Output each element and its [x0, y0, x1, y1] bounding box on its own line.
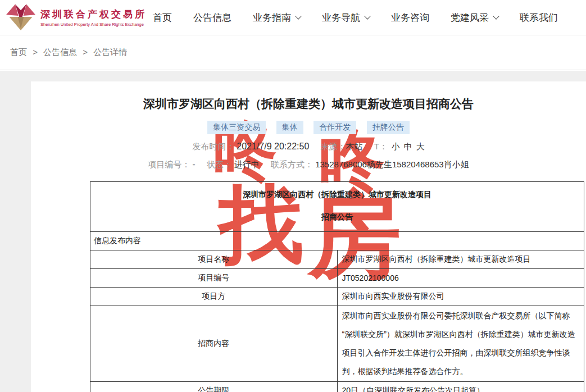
breadcrumb-announcements[interactable]: 公告信息 [43, 47, 77, 57]
project-no-value: - [192, 159, 195, 169]
chevron-down-icon [493, 13, 499, 19]
top-header: 深圳联合产权交易所 Shenzhen United Property And S… [0, 0, 586, 35]
font-size-controls: 小中大 [388, 142, 425, 151]
announcement-table: 深圳市罗湖区向西村（拆除重建类）城市更新改造项目 招商公告 信息发布内容 项目名… [90, 181, 584, 392]
contact-label: 联系方式： [271, 159, 313, 169]
breadcrumb-current: 公告详情 [93, 47, 127, 57]
site-logo[interactable]: 深圳联合产权交易所 Shenzhen United Property And S… [6, 2, 147, 33]
breadcrumb-home[interactable]: 首页 [10, 47, 27, 57]
section-title: 信息发布内容 [90, 232, 584, 250]
logo-text: 深圳联合产权交易所 Shenzhen United Property And S… [40, 8, 147, 27]
font-size-medium-button[interactable]: 中 [404, 142, 412, 151]
breadcrumb: 首页 > 公告信息 > 公告详情 [10, 47, 127, 58]
contact-value: 13528768006杨先生15820468653肖小姐 [315, 159, 469, 169]
status-badge: 进行中 [234, 159, 260, 169]
publish-time-value: 2021/7/9 20:22:50 [237, 142, 309, 151]
logo-cn-name: 深圳联合产权交易所 [40, 8, 147, 21]
project-meta-row: 项目编号： - 状态： 进行中 联系方式： 13528768006杨先生1582… [31, 159, 586, 170]
breadcrumb-separator: > [83, 47, 88, 57]
source-value: 本站 [346, 142, 363, 151]
font-size-large-button[interactable]: 大 [416, 142, 425, 151]
chevron-down-icon [364, 13, 370, 19]
table-row-project-no: 项目编号 JT05202100006 [90, 269, 584, 288]
nav-item-business-navigation[interactable]: 业务导航 [322, 11, 370, 24]
tag-row: 集体三资交易 集体 合作开发 挂牌公告 [31, 121, 586, 134]
chevron-down-icon [295, 13, 301, 19]
project-no-label: 项目编号： [148, 159, 190, 169]
logo-gem-icon [6, 2, 36, 33]
nav-item-party-building[interactable]: 党建风采 [451, 11, 498, 24]
publish-meta-row: 发布时间： 2021/7/9 20:22:50 来源：本站 T：小中大 [31, 142, 586, 152]
tag-collective[interactable]: 集体 [276, 121, 303, 134]
source-label: 来源： [321, 142, 346, 151]
font-size-small-button[interactable]: 小 [392, 142, 400, 151]
table-header-row: 深圳市罗湖区向西村（拆除重建类）城市更新改造项目 招商公告 [90, 182, 584, 232]
tag-collective-assets-trade[interactable]: 集体三资交易 [207, 121, 266, 134]
page-title: 深圳市罗湖区向西村（拆除重建类）城市更新改造项目招商公告 [31, 96, 586, 112]
tag-listing-notice[interactable]: 挂牌公告 [367, 121, 410, 134]
table-row-project-owner: 项目方 深圳市向西实业股份有限公司 [90, 288, 584, 306]
table-row-recruit-content: 招商内容 深圳市向西实业股份有限公司委托深圳联合产权交易所（以下简称“深圳联交所… [90, 306, 584, 382]
breadcrumb-bar: 首页 > 公告信息 > 公告详情 [0, 35, 586, 70]
nav-item-contact-us[interactable]: 联系我们 [520, 11, 558, 24]
nav-item-business-guide[interactable]: 业务指南 [253, 11, 301, 24]
breadcrumb-separator: > [33, 47, 38, 57]
tag-cooperative-development[interactable]: 合作开发 [314, 121, 356, 134]
announcement-detail: 深圳市罗湖区向西村（拆除重建类）城市更新改造项目招商公告 集体三资交易 集体 合… [31, 81, 586, 392]
font-size-label: T： [374, 142, 388, 151]
logo-en-name: Shenzhen United Property And Share Right… [40, 22, 147, 27]
table-title-line1: 深圳市罗湖区向西村（拆除重建类）城市更新改造项目 [90, 190, 584, 200]
nav-item-home[interactable]: 首页 [153, 11, 172, 24]
table-row-notice-period: 公告期限 20日（自深圳联交所发布公告次日起算） [90, 382, 584, 392]
publish-time-label: 发布时间： [192, 142, 234, 151]
table-section-row: 信息发布内容 [90, 232, 584, 250]
nav-item-announcements[interactable]: 公告信息 [193, 11, 231, 24]
table-title-line2: 招商公告 [90, 212, 584, 222]
status-label: 状态： [207, 159, 232, 169]
main-nav: 首页 公告信息 业务指南 业务导航 业务咨询 党建风采 联系我们 [153, 11, 558, 24]
table-row-project-name: 项目名称 深圳市罗湖区向西村（拆除重建类）城市更新改造项目 [90, 250, 584, 269]
nav-item-business-consulting[interactable]: 业务咨询 [391, 11, 429, 24]
